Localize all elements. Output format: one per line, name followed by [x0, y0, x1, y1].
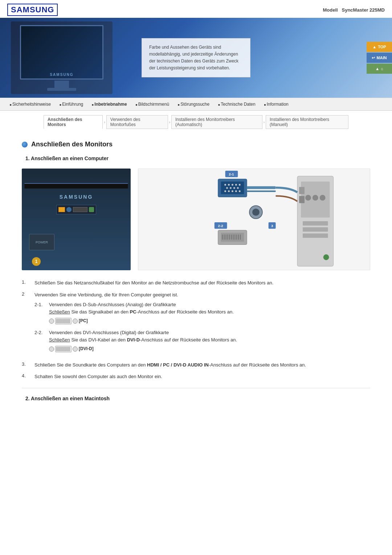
top-button[interactable]: ▲ TOP	[367, 42, 392, 52]
sub-underline-22: Schließen	[49, 337, 70, 343]
port-icon-dvi: [DVI-D]	[49, 345, 94, 352]
sub-bold-22: DVI-D	[127, 337, 140, 343]
sub-underline-21: Schließen	[49, 309, 70, 315]
instruction-2: 2 Verwenden Sie eine Verbindung, die für…	[22, 291, 370, 357]
instruction-1: 1. Schließen Sie das Netzanschlußkabel f…	[22, 279, 370, 287]
sub-section-1-title: 1. Anschließen an einen Computer	[22, 155, 370, 161]
home-icon: ▲	[375, 66, 379, 71]
nav-item-setup[interactable]: Inbetriebnahme	[87, 100, 131, 108]
breadcrumb: Anschließen des Monitors › Verwenden des…	[0, 111, 392, 133]
svg-text:3: 3	[271, 224, 273, 228]
monitor-ports	[56, 205, 96, 214]
port-circle-right	[73, 319, 78, 324]
svg-point-14	[228, 190, 230, 192]
model-name: SyncMaster 225MD	[342, 7, 385, 13]
header: SAMSUNG Modell SyncMaster 225MD Farbe un…	[0, 0, 392, 111]
svg-text:2-1: 2-1	[229, 172, 234, 176]
main-button[interactable]: ↩ MAIN	[367, 53, 392, 63]
breadcrumb-item-1[interactable]: Verwenden des Monitorfußes	[106, 115, 168, 129]
top-label: TOP	[378, 45, 386, 49]
cable-svg: 2-1	[138, 169, 370, 270]
breadcrumb-item-0[interactable]: Anschließen des Monitors	[44, 115, 103, 129]
breadcrumb-item-2[interactable]: Installieren des Monitortreibers (Automa…	[171, 115, 262, 129]
svg-point-16	[235, 190, 237, 192]
hero-monitor-base	[47, 88, 76, 91]
sub-bold-21: PC	[130, 309, 136, 315]
sub-num-22: 2-2.	[34, 329, 45, 337]
svg-point-44	[305, 195, 311, 200]
sub-text1-22: Verwenden des DVI-Anschlusses (Digital) …	[49, 329, 370, 337]
home-button[interactable]: ▲ ⌂	[367, 64, 392, 74]
port-label-dvi: [DVI-D]	[79, 345, 94, 352]
nav-item-info[interactable]: Information	[260, 100, 293, 108]
sub-content-22: Verwenden des DVI-Anschlusses (Digital) …	[49, 329, 370, 354]
inst-num-1: 1.	[22, 279, 29, 285]
svg-point-5	[228, 184, 230, 186]
breadcrumb-sep-0: ›	[103, 120, 106, 124]
svg-point-7	[235, 184, 237, 186]
power-label: POWER	[29, 234, 54, 250]
sub-instruction-21: 2-1. Verwenden des D-Sub-Anschlusses (An…	[34, 301, 370, 326]
audio-in-bold: HDMI / PC / DVI-D AUDIO IN	[147, 362, 209, 368]
svg-point-45	[313, 195, 318, 200]
model-label: Modell	[323, 7, 338, 13]
inst-num-4: 4.	[22, 373, 29, 378]
svg-point-46	[320, 195, 326, 200]
port-circle-dvi-right	[73, 347, 78, 352]
diagram-monitor-inner: SAMSUNG POWER 1	[22, 169, 131, 270]
inst-num-2: 2	[22, 291, 29, 297]
main-label: MAIN	[376, 56, 387, 60]
section-title-wrapper: Anschließen des Monitors	[22, 141, 370, 148]
nav-menu: Sicherheitshinweise Einführung Inbetrieb…	[0, 98, 392, 110]
inst-text-2: Verwenden Sie eine Verbindung, die für I…	[34, 292, 178, 297]
side-nav: ▲ TOP ↩ MAIN ▲ ⌂	[367, 42, 392, 74]
hero-monitor-screen	[20, 25, 103, 80]
svg-point-13	[224, 190, 226, 192]
svg-point-49	[323, 254, 329, 260]
section-title: Anschließen des Monitors	[31, 141, 113, 148]
svg-point-8	[239, 184, 241, 186]
hero-monitor	[11, 21, 113, 94]
breadcrumb-sep-2: ›	[262, 120, 266, 124]
top-arrow-icon: ▲	[372, 45, 376, 49]
inst-content-1: Schließen Sie das Netzanschlußkabel für …	[34, 279, 370, 287]
sub-content-21: Verwenden des D-Sub-Anschlusses (Analog)…	[49, 301, 370, 326]
svg-rect-41	[303, 221, 328, 226]
svg-rect-43	[303, 234, 328, 238]
breadcrumb-item-3[interactable]: Installieren des Monitortreibers (Manuel…	[266, 115, 348, 129]
nav-item-osd[interactable]: Bildschirmmenü	[131, 100, 173, 108]
svg-point-10	[230, 187, 232, 189]
inst-num-3: 3.	[22, 361, 29, 367]
sub-instructions: 2-1. Verwenden des D-Sub-Anschlusses (An…	[34, 301, 370, 354]
sub-text1-21: Verwenden des D-Sub-Anschlusses (Analog)…	[49, 301, 370, 309]
home-label: ⌂	[381, 66, 383, 71]
section-divider	[22, 388, 370, 388]
model-info: Modell SyncMaster 225MD	[323, 7, 385, 13]
sub-text2-21: Schließen Sie das Signalkabel an den PC-…	[49, 308, 370, 316]
svg-rect-3	[221, 182, 244, 194]
svg-point-12	[237, 187, 239, 189]
hero-monitor-stand	[54, 81, 69, 88]
inst-content-3: Schließen Sie die Soundkarte des Compute…	[34, 361, 370, 369]
svg-point-15	[232, 190, 233, 192]
svg-rect-48	[299, 196, 305, 203]
port-circle-left	[49, 319, 54, 324]
svg-rect-42	[303, 227, 328, 232]
inst-content-2: Verwenden Sie eine Verbindung, die für I…	[34, 291, 370, 357]
diagram-area: SAMSUNG POWER 1 2-1	[22, 169, 370, 270]
sub-instruction-22: 2-2. Verwenden des DVI-Anschlusses (Digi…	[34, 329, 370, 354]
instruction-3: 3. Schließen Sie die Soundkarte des Comp…	[22, 361, 370, 369]
port-label-pc: [PC]	[79, 317, 88, 324]
svg-rect-18	[247, 186, 275, 189]
nav-item-specs[interactable]: Technische Daten	[214, 100, 260, 108]
svg-rect-19	[247, 191, 275, 192]
nav-item-trouble[interactable]: Störungssuche	[173, 100, 214, 108]
diagram-num-1: 1	[32, 257, 41, 266]
svg-point-11	[233, 187, 235, 189]
nav-item-safety[interactable]: Sicherheitshinweise	[5, 100, 55, 108]
samsung-logo: SAMSUNG	[7, 4, 58, 16]
nav-item-intro[interactable]: Einführung	[55, 100, 87, 108]
port-icon-pc: [PC]	[49, 317, 88, 324]
hero-disclaimer: Farbe und Aussehen des Geräts sind model…	[142, 38, 250, 78]
svg-point-21	[252, 208, 260, 216]
